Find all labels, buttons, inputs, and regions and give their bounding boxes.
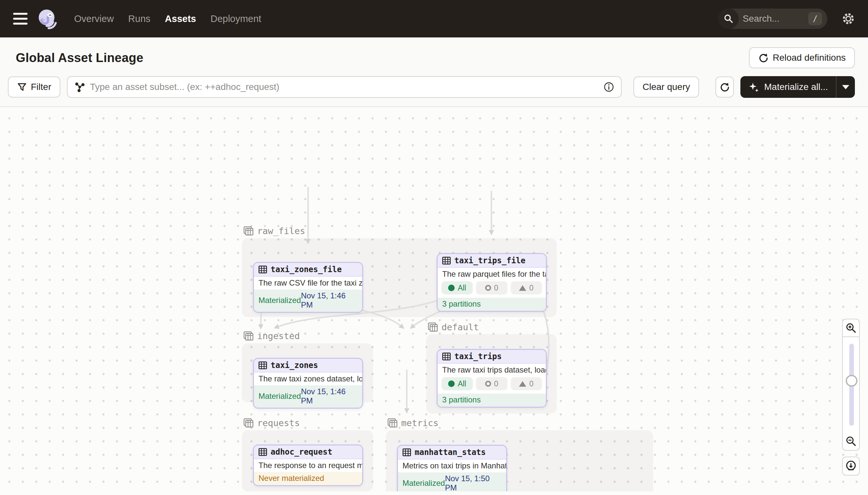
materialization-timestamp: Nov 15, 1:50 PM (445, 474, 501, 491)
reload-icon (758, 52, 768, 63)
nav-item-deployment[interactable]: Deployment (211, 14, 262, 24)
status-badge: Materialized (259, 392, 301, 401)
chevron-down-icon (842, 85, 849, 89)
table-icon (259, 361, 267, 369)
asset-description: The raw taxi zones dataset, loaded int..… (254, 373, 362, 386)
materialized-dot-icon (448, 285, 455, 291)
lineage-edges (0, 107, 868, 491)
status-badge: Materialized (403, 479, 445, 488)
asset-node-taxi_trips[interactable]: taxi_trips The raw taxi trips dataset, l… (437, 349, 547, 408)
reload-definitions-button[interactable]: Reload definitions (749, 47, 855, 68)
nav-item-runs[interactable]: Runs (128, 14, 150, 24)
partition-pill-materialized: All (442, 281, 473, 294)
sparkle-icon (748, 81, 759, 92)
status-badge: Never materialized (259, 474, 324, 483)
asset-description: The response to an request made in th... (254, 459, 362, 472)
asset-description: The raw parquet files for the taxi trips… (438, 268, 546, 281)
funnel-icon (17, 82, 27, 92)
materialized-dot-icon (448, 380, 455, 387)
table-icon (259, 448, 267, 456)
search-box[interactable]: / (719, 8, 827, 29)
search-input[interactable] (743, 14, 798, 24)
partition-pill-failed: 0 (476, 281, 507, 294)
table-icon (442, 257, 451, 264)
group-icon (243, 226, 254, 236)
group-label-default[interactable]: default (428, 322, 479, 332)
asset-name: taxi_zones (271, 361, 318, 370)
group-icon (243, 418, 254, 428)
group-label-raw_files[interactable]: raw_files (243, 226, 305, 236)
zoom-controls (842, 319, 860, 476)
download-icon (845, 460, 857, 472)
asset-graph-icon (74, 81, 85, 92)
partition-pill-missing: 0 (511, 281, 542, 294)
failed-ring-icon (485, 285, 491, 291)
missing-triangle-icon (519, 381, 526, 387)
asset-description: The raw taxi trips dataset, loaded into … (438, 364, 546, 376)
group-label-ingested[interactable]: ingested (243, 331, 300, 341)
hamburger-menu-icon[interactable] (13, 11, 30, 27)
page-header: Global Asset Lineage Reload definitions … (0, 37, 868, 107)
zoom-slider-thumb[interactable] (846, 375, 857, 387)
partition-pills: All 0 0 (438, 281, 546, 298)
status-badge: Materialized (259, 296, 301, 305)
asset-node-taxi_zones[interactable]: taxi_zones The raw taxi zones dataset, l… (253, 358, 363, 409)
asset-name: taxi_zones_file (271, 265, 342, 274)
missing-triangle-icon (519, 285, 526, 291)
filter-button[interactable]: Filter (8, 76, 60, 98)
asset-node-adhoc_request[interactable]: adhoc_request The response to an request… (253, 444, 363, 486)
asset-node-taxi_zones_file[interactable]: taxi_zones_file The raw CSV file for the… (253, 262, 363, 313)
partition-pill-materialized: All (442, 377, 473, 390)
asset-query-input[interactable] (90, 82, 603, 92)
zoom-in-icon (845, 322, 856, 334)
asset-node-manhattan_stats[interactable]: manhattan_stats Metrics on taxi trips in… (397, 445, 507, 491)
info-icon[interactable] (603, 81, 615, 92)
asset-description: Metrics on taxi trips in Manhattan (398, 460, 506, 472)
table-icon (403, 448, 411, 456)
group-icon (428, 322, 438, 332)
failed-ring-icon (485, 381, 491, 387)
asset-name: taxi_trips_file (454, 256, 526, 265)
asset-name: adhoc_request (271, 447, 332, 457)
asset-description: The raw CSV file for the taxi zones dat.… (254, 277, 362, 290)
nav-links: Overview Runs Assets Deployment (74, 14, 261, 24)
asset-name: manhattan_stats (415, 448, 486, 457)
partitions-count: 3 partitions (442, 300, 481, 309)
group-label-requests[interactable]: requests (243, 418, 300, 428)
refresh-icon (720, 82, 730, 92)
group-icon (243, 331, 254, 341)
asset-name: taxi_trips (454, 352, 502, 361)
asset-node-taxi_trips_file[interactable]: taxi_trips_file The raw parquet files fo… (437, 253, 547, 312)
refresh-button[interactable] (715, 76, 734, 98)
partitions-count: 3 partitions (442, 395, 481, 405)
materialization-timestamp: Nov 15, 1:46 PM (301, 291, 358, 309)
lineage-canvas[interactable]: raw_files ingested default requests (0, 107, 868, 491)
settings-gear-icon[interactable] (840, 11, 856, 27)
table-icon (442, 353, 451, 360)
download-image-button[interactable] (842, 457, 860, 476)
materialize-options-button[interactable] (836, 76, 855, 98)
materialization-timestamp: Nov 15, 1:46 PM (301, 387, 358, 405)
materialize-all-split-button: Materialize all... (740, 76, 855, 98)
search-icon (719, 8, 739, 29)
zoom-slider[interactable] (842, 337, 860, 432)
dagster-logo[interactable] (37, 8, 58, 30)
zoom-out-icon (845, 436, 856, 447)
group-icon (387, 418, 398, 428)
asset-query-input-wrap (67, 76, 622, 98)
group-label-metrics[interactable]: metrics (387, 418, 439, 428)
partition-pill-missing: 0 (511, 377, 542, 390)
zoom-out-button[interactable] (842, 432, 860, 451)
materialize-all-button[interactable]: Materialize all... (740, 76, 836, 98)
partition-pill-failed: 0 (476, 377, 507, 390)
clear-query-button[interactable]: Clear query (634, 76, 699, 98)
search-shortcut-badge: / (808, 12, 822, 25)
zoom-in-button[interactable] (842, 319, 860, 337)
top-nav: Overview Runs Assets Deployment / (0, 0, 868, 37)
nav-item-assets[interactable]: Assets (165, 14, 196, 24)
table-icon (259, 266, 267, 273)
nav-item-overview[interactable]: Overview (74, 14, 114, 24)
page-title: Global Asset Lineage (16, 51, 143, 65)
partition-pills: All 0 0 (438, 376, 546, 394)
